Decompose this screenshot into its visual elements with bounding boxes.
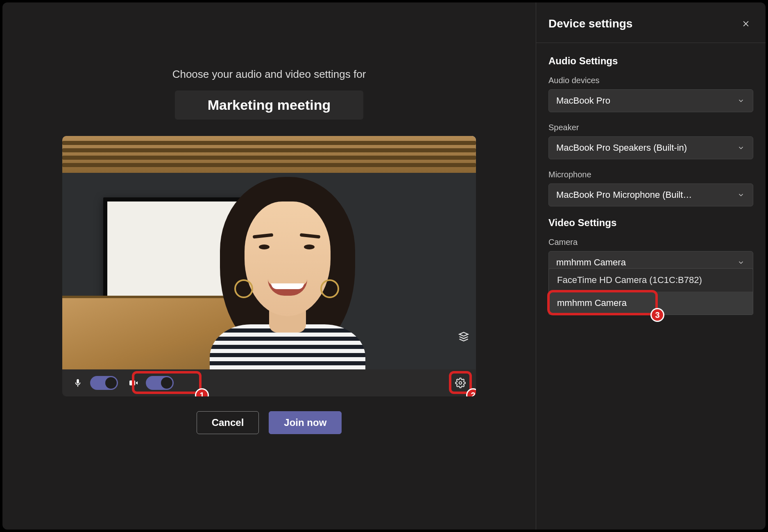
chevron-down-icon [736, 190, 745, 199]
mic-toggle[interactable] [90, 376, 118, 390]
microphone-label: Microphone [548, 170, 753, 179]
speaker-label: Speaker [548, 123, 753, 132]
sidebar-title: Device settings [548, 17, 632, 30]
svg-rect-1 [129, 380, 135, 385]
app-frame: Choose your audio and video settings for… [0, 0, 768, 532]
person-graphic [189, 173, 386, 369]
device-settings-button[interactable] [452, 375, 469, 391]
svg-rect-0 [77, 385, 78, 387]
device-settings-sidebar: Device settings Audio Settings Audio dev… [536, 2, 766, 530]
close-sidebar-button[interactable] [739, 16, 753, 31]
meeting-title-box[interactable]: Marketing meeting [175, 91, 363, 120]
watermark-icon [455, 328, 472, 345]
chevron-down-icon [736, 96, 745, 105]
close-icon [742, 20, 750, 28]
join-now-button[interactable]: Join now [269, 411, 342, 434]
app-inner: Choose your audio and video settings for… [2, 2, 766, 530]
mic-control [70, 375, 118, 391]
sidebar-body: Audio Settings Audio devices MacBook Pro… [536, 43, 766, 315]
chevron-down-icon [736, 143, 745, 152]
prompt-text: Choose your audio and video settings for [172, 68, 366, 81]
speaker-value: MacBook Pro Speakers (Built-in) [556, 143, 687, 153]
video-preview-card: 1 2 [62, 136, 476, 396]
chevron-down-icon [736, 258, 745, 267]
video-settings-title: Video Settings [548, 217, 753, 229]
annotation-badge-3: 3 [650, 308, 664, 322]
audio-devices-label: Audio devices [548, 76, 753, 85]
sidebar-header: Device settings [536, 2, 766, 43]
microphone-value: MacBook Pro Microphone (Built… [556, 190, 692, 200]
cancel-button[interactable]: Cancel [197, 411, 259, 434]
join-now-button-label: Join now [284, 417, 326, 428]
microphone-icon [70, 375, 86, 391]
camera-value: mmhmm Camera [556, 257, 626, 268]
meeting-title: Marketing meeting [208, 97, 331, 113]
video-icon [125, 375, 142, 391]
video-toggle[interactable] [146, 376, 174, 390]
video-control [125, 375, 174, 391]
audio-devices-value: MacBook Pro [556, 95, 610, 106]
svg-point-2 [459, 382, 462, 385]
audio-devices-select[interactable]: MacBook Pro [548, 89, 753, 112]
microphone-select[interactable]: MacBook Pro Microphone (Built… [548, 183, 753, 206]
camera-option-label: FaceTime HD Camera (1C1C:B782) [557, 275, 702, 285]
gear-icon [455, 378, 466, 388]
cancel-button-label: Cancel [212, 417, 244, 428]
camera-option-facetime[interactable]: FaceTime HD Camera (1C1C:B782) [549, 269, 753, 292]
camera-label: Camera [548, 238, 753, 247]
camera-dropdown: FaceTime HD Camera (1C1C:B782) mmhmm Cam… [548, 268, 753, 315]
video-preview [62, 136, 476, 369]
prejoin-main: Choose your audio and video settings for… [2, 2, 536, 530]
controls-bar [62, 369, 476, 396]
camera-option-label: mmhmm Camera [557, 298, 627, 308]
speaker-select[interactable]: MacBook Pro Speakers (Built-in) [548, 136, 753, 159]
camera-option-mmhmm[interactable]: mmhmm Camera [549, 292, 753, 315]
action-row: Cancel Join now [197, 411, 342, 434]
audio-settings-title: Audio Settings [548, 55, 753, 67]
